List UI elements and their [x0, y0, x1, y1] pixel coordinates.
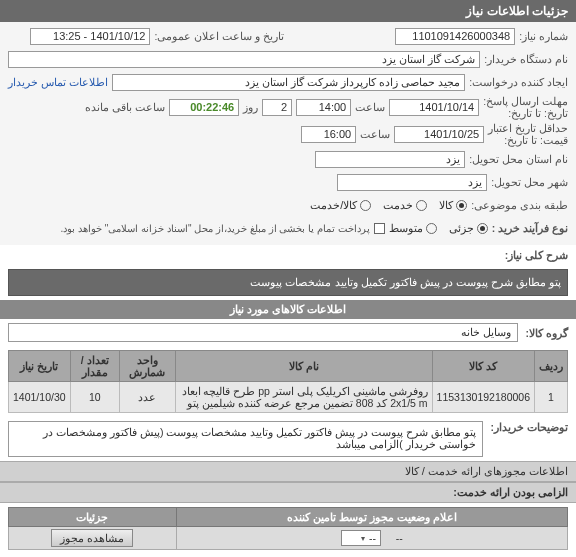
radio-kala[interactable]: کالا — [439, 199, 467, 212]
checkbox-treasury[interactable] — [374, 223, 385, 234]
label-city: شهر محل تحویل: — [491, 176, 568, 188]
label-saat2: ساعت — [360, 128, 390, 140]
goods-section-title: اطلاعات کالاهای مورد نیاز — [230, 303, 346, 315]
field-remain-time: 00:22:46 — [169, 99, 239, 116]
radio-partial[interactable]: جزئی — [449, 222, 488, 235]
label-province: نام استان محل تحویل: — [469, 153, 568, 165]
table-row[interactable]: 1 1153130192180006 روفرشی ماشینی اکریلیک… — [9, 382, 568, 413]
permits-section-text: اطلاعات مجوزهای ارائه خدمت / کالا — [405, 465, 568, 477]
form-area: شماره نیاز: 1101091426000348 تاریخ و ساع… — [0, 22, 576, 245]
label-till: تاریخ: تا تاریخ: — [483, 107, 568, 119]
field-goods-group: وسایل خانه — [8, 323, 518, 342]
radio-kalakhad[interactable]: کالا/خدمت — [310, 199, 371, 212]
label-credit-till: قیمت: تا تاریخ: — [488, 134, 568, 146]
need-text: پتو مطابق شرح پیوست در پیش فاکتور تکمیل … — [250, 276, 561, 288]
label-number: شماره نیاز: — [519, 30, 568, 42]
buyer-note-text: پتو مطابق شرح پیوست در پیش فاکتور تکمیل … — [43, 426, 475, 450]
field-deadline-date: 1401/10/14 — [389, 99, 479, 116]
label-deadline: مهلت ارسال پاسخ: — [483, 95, 568, 107]
radio-partial-label: جزئی — [449, 222, 474, 235]
label-process: نوع فرآیند خرید : — [492, 222, 568, 234]
th-qty: تعداد / مقدار — [70, 351, 119, 382]
chevron-down-icon: ▾ — [361, 534, 365, 543]
th-code: کد کالا — [432, 351, 534, 382]
goods-group-row: گروه کالا: وسایل خانه — [0, 319, 576, 346]
buyer-note-row: توضیحات خریدار: پتو مطابق شرح پیوست در پ… — [0, 417, 576, 461]
radio-kalakhad-label: کالا/خدمت — [310, 199, 357, 212]
label-goods-group: گروه کالا: — [526, 327, 568, 339]
field-city: یزد — [337, 174, 487, 191]
select-value: -- — [369, 532, 376, 544]
th-date: تاریخ نیاز — [9, 351, 71, 382]
radio-khadamat-label: خدمت — [383, 199, 413, 212]
row-number-time: شماره نیاز: 1101091426000348 تاریخ و ساع… — [8, 26, 568, 46]
th-row: ردیف — [535, 351, 568, 382]
radio-partial-dot — [477, 223, 488, 234]
cell-code: 1153130192180006 — [432, 382, 534, 413]
contact-link[interactable]: اطلاعات تماس خریدار — [8, 76, 108, 88]
permit-row: -- -- ▾ مشاهده مجوز — [9, 527, 568, 550]
label-mandatory: الزامی بودن ارائه خدمت: — [453, 486, 568, 499]
category-radios: کالا خدمت کالا/خدمت — [310, 199, 467, 212]
row-buyer: نام دستگاه خریدار: شرکت گاز استان یزد — [8, 49, 568, 69]
cell-status: -- -- ▾ — [176, 527, 567, 550]
label-public-time: تاریخ و ساعت اعلان عمومی: — [154, 30, 284, 42]
label-buyer: نام دستگاه خریدار: — [484, 53, 568, 65]
page-header: جزئیات اطلاعات نیاز — [0, 0, 576, 22]
row-deadline: مهلت ارسال پاسخ: تاریخ: تا تاریخ: 1401/1… — [8, 95, 568, 119]
label-remain: ساعت باقی مانده — [85, 101, 165, 113]
process-radios: جزئی متوسط — [389, 222, 488, 235]
radio-kala-label: کالا — [439, 199, 453, 212]
radio-mid[interactable]: متوسط — [389, 222, 437, 235]
row-category: طبقه بندی موضوعی: کالا خدمت کالا/خدمت — [8, 195, 568, 215]
th-name: نام کالا — [175, 351, 432, 382]
label-category: طبقه بندی موضوعی: — [471, 199, 568, 211]
field-remain-days: 2 — [262, 99, 292, 116]
field-buyer: شرکت گاز استان یزد — [8, 51, 480, 68]
label-need: شرح کلی نیاز: — [505, 249, 568, 261]
need-textbox: پتو مطابق شرح پیوست در پیش فاکتور تکمیل … — [8, 269, 568, 296]
permits-section: اطلاعات مجوزهای ارائه خدمت / کالا — [0, 461, 576, 482]
radio-kalakhad-dot — [360, 200, 371, 211]
cell-qty: 10 — [70, 382, 119, 413]
row-creator: ایجاد کننده درخواست: مجید حماصی زاده کار… — [8, 72, 568, 92]
cell-idx: 1 — [535, 382, 568, 413]
row-credit: حداقل تاریخ اعتبار قیمت: تا تاریخ: 1401/… — [8, 122, 568, 146]
goods-section-bar: اطلاعات کالاهای مورد نیاز — [0, 300, 576, 319]
field-creator: مجید حماصی زاده کارپرداز شرکت گاز استان … — [112, 74, 465, 91]
radio-kala-dot — [456, 200, 467, 211]
cell-date: 1401/10/30 — [9, 382, 71, 413]
permits-table: اعلام وضعیت مجوز توسط تامین کننده جزئیات… — [8, 507, 568, 550]
field-deadline-time: 14:00 — [296, 99, 351, 116]
status-select[interactable]: -- ▾ — [341, 530, 381, 546]
goods-table: ردیف کد کالا نام کالا واحد شمارش تعداد /… — [8, 350, 568, 413]
field-credit-date: 1401/10/25 — [394, 126, 484, 143]
label-treasury: پرداخت تمام یا بخشی از مبلغ خرید،از محل … — [61, 223, 370, 234]
page-title: جزئیات اطلاعات نیاز — [466, 4, 568, 18]
cell-detail: مشاهده مجوز — [9, 527, 177, 550]
label-buyer-note: توضیحات خریدار: — [491, 421, 568, 433]
buyer-note-box: پتو مطابق شرح پیوست در پیش فاکتور تکمیل … — [8, 421, 483, 457]
label-saat1: ساعت — [355, 101, 385, 113]
need-row: شرح کلی نیاز: — [0, 245, 576, 265]
remain-time-text: 00:22:46 — [190, 101, 234, 113]
radio-khadamat[interactable]: خدمت — [383, 199, 427, 212]
mandatory-row: الزامی بودن ارائه خدمت: — [0, 482, 576, 503]
field-number: 1101091426000348 — [395, 28, 515, 45]
dash1: -- — [396, 532, 403, 544]
label-credit: حداقل تاریخ اعتبار — [488, 122, 568, 134]
row-city: شهر محل تحویل: یزد — [8, 172, 568, 192]
radio-mid-dot — [426, 223, 437, 234]
view-permit-button[interactable]: مشاهده مجوز — [51, 529, 133, 547]
label-creator: ایجاد کننده درخواست: — [469, 76, 568, 88]
th-status: اعلام وضعیت مجوز توسط تامین کننده — [176, 508, 567, 527]
field-credit-time: 16:00 — [301, 126, 356, 143]
cell-name: روفرشی ماشینی اکریلیک پلی استر pp طرح قا… — [175, 382, 432, 413]
cell-unit: عدد — [119, 382, 175, 413]
label-roz: روز — [243, 101, 258, 113]
th-detail: جزئیات — [9, 508, 177, 527]
field-public-time: 1401/10/12 - 13:25 — [30, 28, 150, 45]
radio-mid-label: متوسط — [389, 222, 423, 235]
th-unit: واحد شمارش — [119, 351, 175, 382]
row-province: نام استان محل تحویل: یزد — [8, 149, 568, 169]
